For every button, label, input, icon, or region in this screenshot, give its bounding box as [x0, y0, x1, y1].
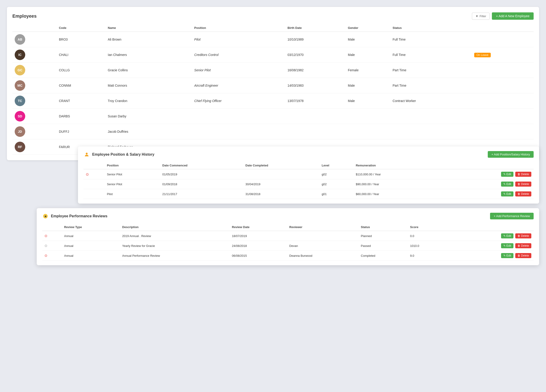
employees-table-body: AB BRO3 Ali Brown Pilot 10/10/1989 Male …: [12, 32, 534, 155]
review-type: Annual: [62, 231, 120, 241]
table-row: ⊙ Annual Yearly Review for Gracie 24/08/…: [42, 241, 534, 251]
employee-avatar-cell: MC: [12, 78, 57, 93]
employee-avatar-cell: GC: [12, 63, 57, 78]
svg-text:★: ★: [44, 215, 47, 218]
employee-name: Susan Darby: [105, 109, 192, 124]
filter-icon: ▼: [475, 14, 478, 18]
svg-point-0: [86, 153, 88, 154]
review-reviewer: Devan: [287, 241, 359, 251]
employees-table: Code Name Position Birth Date Gender Sta…: [12, 24, 534, 155]
review-status: Passed: [359, 241, 408, 251]
employees-header: Employees ▼ Filter + Add A New Employee: [12, 12, 534, 20]
avatar: MC: [15, 80, 25, 91]
delete-review-button[interactable]: 🗑 Delete: [515, 243, 531, 248]
review-col-reviewer: Reviewer: [287, 224, 359, 231]
employee-name: Ali Brown: [105, 32, 192, 47]
reviews-table: Review Type Description Review Date Revi…: [42, 224, 534, 261]
salary-position: Senior Pilot: [104, 179, 160, 189]
salary-col-actions: [436, 162, 534, 169]
avatar: RF: [15, 142, 25, 152]
salary-remuneration: $90,000.00 / Year: [353, 179, 436, 189]
table-row[interactable]: SD DARBS Susan Darby: [12, 109, 534, 124]
salary-position: Pilot: [104, 189, 160, 199]
employee-gender: Male: [345, 47, 390, 63]
employee-position: Creditors Control: [192, 47, 285, 63]
employee-status: Part Time: [390, 78, 472, 93]
table-row[interactable]: IC CHALI Ian Chalmers Creditors Control …: [12, 47, 534, 63]
employee-code: DUFFJ: [57, 124, 105, 139]
employee-birth-date: 10/10/1989: [285, 32, 345, 47]
salary-actions: ✎ Edit 🗑 Delete: [436, 179, 534, 189]
table-row: ⊙ Annual Annual Performance Review 06/08…: [42, 251, 534, 261]
employee-position: [192, 109, 285, 124]
delete-salary-button[interactable]: 🗑 Delete: [515, 172, 531, 177]
review-reviewer: [287, 231, 359, 241]
review-actions: ✎ Edit 🗑 Delete: [443, 251, 534, 261]
employee-badge-cell: [472, 109, 534, 124]
edit-review-button[interactable]: ✎ Edit: [501, 233, 514, 238]
on-leave-badge: On Leave: [474, 53, 491, 57]
reviews-panel-header: ★ Employee Performance Reviews + Add Per…: [42, 213, 534, 219]
review-icon-red: ⊙: [45, 254, 47, 257]
page-title: Employees: [12, 13, 37, 19]
salary-col-completed: Date Completed: [243, 162, 319, 169]
employee-avatar-cell: IC: [12, 47, 57, 63]
employee-status: Part Time: [390, 63, 472, 78]
filter-button[interactable]: ▼ Filter: [472, 13, 490, 20]
employee-avatar-cell: SD: [12, 109, 57, 124]
review-description: Yearly Review for Gracie: [120, 241, 230, 251]
edit-salary-button[interactable]: ✎ Edit: [501, 172, 514, 177]
employee-code: COLLG: [57, 63, 105, 78]
col-position: Position: [192, 24, 285, 32]
salary-current-indicator: [84, 179, 104, 189]
edit-salary-button[interactable]: ✎ Edit: [501, 191, 514, 196]
employee-code: CRANT: [57, 93, 105, 109]
table-row[interactable]: JD DUFFJ Jacob Duffries: [12, 124, 534, 139]
edit-salary-button[interactable]: ✎ Edit: [501, 181, 514, 186]
salary-panel-header: Employee Position & Salary History + Add…: [84, 151, 534, 158]
review-icon-gray: ⊙: [45, 244, 47, 248]
edit-review-button[interactable]: ✎ Edit: [501, 253, 514, 258]
review-col-status: Status: [359, 224, 408, 231]
add-employee-button[interactable]: + Add A New Employee: [492, 12, 534, 20]
delete-salary-button[interactable]: 🗑 Delete: [515, 191, 531, 196]
delete-salary-button[interactable]: 🗑 Delete: [515, 181, 531, 186]
col-gender: Gender: [345, 24, 390, 32]
employee-birth-date: [285, 124, 345, 139]
add-salary-history-button[interactable]: + Add Position/Salary History: [488, 151, 534, 158]
avatar: JD: [15, 126, 25, 137]
employee-birth-date: 13/07/1978: [285, 93, 345, 109]
table-row[interactable]: AB BRO3 Ali Brown Pilot 10/10/1989 Male …: [12, 32, 534, 47]
col-status: Status: [390, 24, 472, 32]
employees-table-header: Code Name Position Birth Date Gender Sta…: [12, 24, 534, 32]
salary-position: Senior Pilot: [104, 169, 160, 179]
employee-position: [192, 124, 285, 139]
employee-birth-date: 16/08/1982: [285, 63, 345, 78]
employee-status: Full Time: [390, 32, 472, 47]
table-row: Senior Pilot 01/09/2018 30/04/2019 g02 $…: [84, 179, 534, 189]
salary-level: g02: [319, 169, 354, 179]
salary-date-completed: 30/04/2019: [243, 179, 319, 189]
add-performance-review-button[interactable]: + Add Performance Review: [490, 213, 534, 219]
employee-code: BRO3: [57, 32, 105, 47]
table-row[interactable]: MC CONNM Matt Connors Aircraft Engineer …: [12, 78, 534, 93]
delete-review-button[interactable]: 🗑 Delete: [515, 233, 531, 238]
review-date: 24/08/2018: [229, 241, 287, 251]
review-date: 18/07/2019: [229, 231, 287, 241]
col-badge: [472, 24, 534, 32]
table-row[interactable]: TC CRANT Troy Crandon Chief Flying Offic…: [12, 93, 534, 109]
edit-review-button[interactable]: ✎ Edit: [501, 243, 514, 248]
reviews-panel-title-text: Employee Performance Reviews: [51, 214, 107, 218]
delete-review-button[interactable]: 🗑 Delete: [515, 253, 531, 258]
employee-status: Contract Worker: [390, 93, 472, 109]
review-score: 9.0: [408, 251, 443, 261]
salary-date-completed: 31/08/2018: [243, 189, 319, 199]
col-name: Name: [105, 24, 192, 32]
salary-date-completed: [243, 169, 319, 179]
employee-birth-date: [285, 109, 345, 124]
employee-code: DARBS: [57, 109, 105, 124]
salary-col-indicator: [84, 162, 104, 169]
salary-panel-title-text: Employee Position & Salary History: [92, 153, 154, 157]
table-row[interactable]: GC COLLG Gracie Collins Senior Pilot 16/…: [12, 63, 534, 78]
employee-name: Ian Chalmers: [105, 47, 192, 63]
